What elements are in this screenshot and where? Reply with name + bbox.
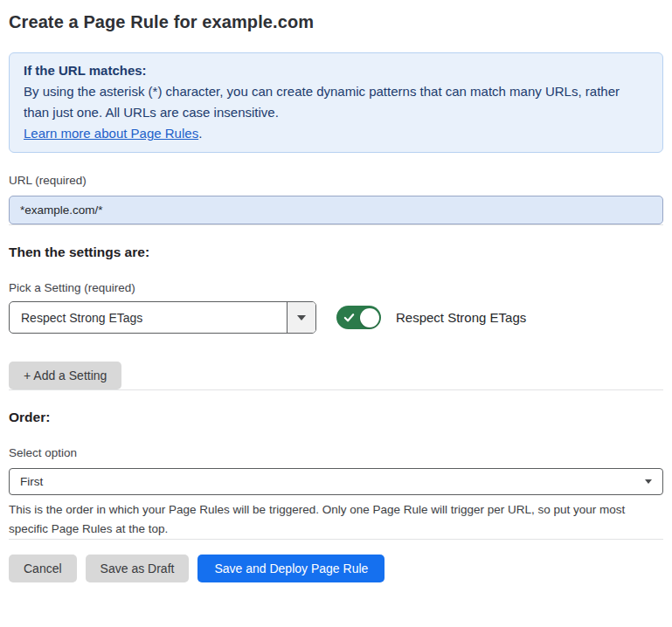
etags-toggle[interactable] (336, 306, 381, 329)
info-box-heading: If the URL matches: (24, 60, 648, 81)
settings-heading: Then the settings are: (9, 244, 663, 260)
cancel-button[interactable]: Cancel (9, 555, 77, 582)
toggle-knob (360, 308, 379, 327)
order-select[interactable]: First (9, 468, 663, 495)
link-suffix: . (198, 126, 202, 141)
setting-select-arrow-button[interactable] (287, 302, 315, 333)
url-input[interactable] (9, 196, 663, 224)
learn-more-link[interactable]: Learn more about Page Rules (24, 126, 198, 141)
divider (9, 389, 663, 390)
add-setting-button[interactable]: + Add a Setting (9, 362, 121, 389)
setting-select-value: Respect Strong ETags (10, 311, 142, 325)
create-page-rule-form: Create a Page Rule for example.com If th… (0, 11, 672, 596)
page-title: Create a Page Rule for example.com (9, 11, 663, 33)
url-matches-info-box: If the URL matches: By using the asteris… (9, 52, 663, 153)
check-icon (343, 312, 355, 323)
url-label: URL (required) (9, 174, 663, 188)
divider (9, 539, 663, 540)
setting-select[interactable]: Respect Strong ETags (9, 301, 316, 334)
order-select-value: First (10, 475, 43, 488)
chevron-down-icon (645, 479, 652, 484)
order-heading: Order: (9, 409, 663, 425)
chevron-down-icon (297, 315, 306, 320)
form-actions: Cancel Save as Draft Save and Deploy Pag… (9, 555, 663, 582)
divider (9, 224, 663, 225)
info-box-link-line: Learn more about Page Rules. (24, 123, 648, 144)
order-help-text: This is the order in which your Page Rul… (9, 500, 652, 539)
pick-setting-label: Pick a Setting (required) (9, 281, 663, 295)
select-option-label: Select option (9, 446, 663, 460)
save-draft-button[interactable]: Save as Draft (86, 555, 190, 582)
save-deploy-button[interactable]: Save and Deploy Page Rule (197, 555, 384, 582)
setting-row: Respect Strong ETags Respect Strong ETag… (9, 301, 663, 334)
toggle-label: Respect Strong ETags (396, 310, 526, 325)
info-box-body: By using the asterisk (*) character, you… (24, 81, 648, 123)
